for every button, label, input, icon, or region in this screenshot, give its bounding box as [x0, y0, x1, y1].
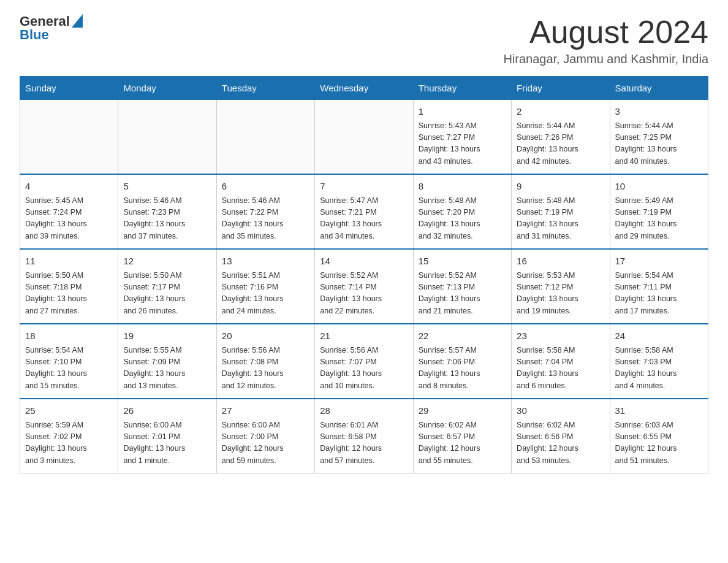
calendar-cell	[216, 100, 314, 175]
day-number: 24	[615, 329, 703, 343]
calendar-cell: 10Sunrise: 5:49 AMSunset: 7:19 PMDayligh…	[610, 174, 708, 249]
day-info: Sunrise: 5:56 AMSunset: 7:07 PMDaylight:…	[320, 345, 408, 393]
day-info: Sunrise: 5:56 AMSunset: 7:08 PMDaylight:…	[222, 345, 309, 393]
day-number: 16	[517, 255, 604, 269]
calendar-cell: 31Sunrise: 6:03 AMSunset: 6:55 PMDayligh…	[610, 399, 708, 473]
calendar-week-row: 1Sunrise: 5:43 AMSunset: 7:27 PMDaylight…	[20, 100, 708, 175]
location-subtitle: Hiranagar, Jammu and Kashmir, India	[503, 52, 708, 66]
calendar-cell: 16Sunrise: 5:53 AMSunset: 7:12 PMDayligh…	[512, 249, 610, 324]
calendar-cell: 22Sunrise: 5:57 AMSunset: 7:06 PMDayligh…	[413, 324, 511, 399]
day-info: Sunrise: 5:46 AMSunset: 7:23 PMDaylight:…	[123, 195, 211, 243]
day-number: 22	[419, 329, 506, 343]
calendar-cell: 28Sunrise: 6:01 AMSunset: 6:58 PMDayligh…	[315, 399, 413, 473]
day-info: Sunrise: 5:48 AMSunset: 7:19 PMDaylight:…	[517, 195, 604, 243]
calendar-cell: 8Sunrise: 5:48 AMSunset: 7:20 PMDaylight…	[413, 174, 511, 249]
day-number: 14	[320, 255, 408, 269]
calendar-cell: 12Sunrise: 5:50 AMSunset: 7:17 PMDayligh…	[118, 249, 216, 324]
weekday-header-friday: Friday	[512, 77, 610, 100]
calendar-cell: 24Sunrise: 5:58 AMSunset: 7:03 PMDayligh…	[610, 324, 708, 399]
day-number: 28	[320, 404, 408, 418]
day-number: 27	[222, 404, 309, 418]
calendar-cell	[118, 100, 216, 175]
calendar-week-row: 11Sunrise: 5:50 AMSunset: 7:18 PMDayligh…	[20, 249, 708, 324]
calendar-cell: 21Sunrise: 5:56 AMSunset: 7:07 PMDayligh…	[315, 324, 413, 399]
calendar-cell: 23Sunrise: 5:58 AMSunset: 7:04 PMDayligh…	[512, 324, 610, 399]
calendar-cell: 17Sunrise: 5:54 AMSunset: 7:11 PMDayligh…	[610, 249, 708, 324]
svg-marker-0	[72, 14, 83, 28]
day-number: 29	[419, 404, 506, 418]
day-info: Sunrise: 5:48 AMSunset: 7:20 PMDaylight:…	[419, 195, 506, 243]
day-number: 25	[25, 404, 113, 418]
calendar-week-row: 25Sunrise: 5:59 AMSunset: 7:02 PMDayligh…	[20, 399, 708, 473]
day-number: 6	[222, 180, 309, 194]
day-number: 4	[25, 180, 113, 194]
calendar-cell: 3Sunrise: 5:44 AMSunset: 7:25 PMDaylight…	[610, 100, 708, 175]
weekday-header-monday: Monday	[118, 77, 216, 100]
calendar-cell: 30Sunrise: 6:02 AMSunset: 6:56 PMDayligh…	[512, 399, 610, 473]
day-number: 5	[123, 180, 211, 194]
day-info: Sunrise: 5:50 AMSunset: 7:18 PMDaylight:…	[25, 270, 113, 318]
day-number: 10	[615, 180, 703, 194]
calendar-week-row: 4Sunrise: 5:45 AMSunset: 7:24 PMDaylight…	[20, 174, 708, 249]
day-info: Sunrise: 6:02 AMSunset: 6:56 PMDaylight:…	[517, 419, 604, 467]
day-info: Sunrise: 5:43 AMSunset: 7:27 PMDaylight:…	[419, 120, 506, 168]
day-info: Sunrise: 5:52 AMSunset: 7:14 PMDaylight:…	[320, 270, 408, 318]
day-info: Sunrise: 6:00 AMSunset: 7:01 PMDaylight:…	[123, 419, 211, 467]
day-number: 11	[25, 255, 113, 269]
calendar-cell: 14Sunrise: 5:52 AMSunset: 7:14 PMDayligh…	[315, 249, 413, 324]
header: General Blue August 2024 Hiranagar, Jamm…	[20, 15, 708, 66]
calendar-cell	[20, 100, 118, 175]
calendar-cell: 2Sunrise: 5:44 AMSunset: 7:26 PMDaylight…	[512, 100, 610, 175]
day-info: Sunrise: 6:03 AMSunset: 6:55 PMDaylight:…	[615, 419, 703, 467]
calendar-cell: 1Sunrise: 5:43 AMSunset: 7:27 PMDaylight…	[413, 100, 511, 175]
day-number: 21	[320, 329, 408, 343]
calendar-table: SundayMondayTuesdayWednesdayThursdayFrid…	[20, 76, 708, 473]
day-info: Sunrise: 5:50 AMSunset: 7:17 PMDaylight:…	[123, 270, 211, 318]
day-info: Sunrise: 5:58 AMSunset: 7:04 PMDaylight:…	[517, 345, 604, 393]
calendar-cell: 5Sunrise: 5:46 AMSunset: 7:23 PMDaylight…	[118, 174, 216, 249]
day-info: Sunrise: 5:54 AMSunset: 7:10 PMDaylight:…	[25, 345, 113, 393]
weekday-header-row: SundayMondayTuesdayWednesdayThursdayFrid…	[20, 77, 708, 100]
day-number: 20	[222, 329, 309, 343]
day-info: Sunrise: 5:59 AMSunset: 7:02 PMDaylight:…	[25, 419, 113, 467]
weekday-header-thursday: Thursday	[413, 77, 511, 100]
day-info: Sunrise: 5:45 AMSunset: 7:24 PMDaylight:…	[25, 195, 113, 243]
day-number: 13	[222, 255, 309, 269]
calendar-cell: 26Sunrise: 6:00 AMSunset: 7:01 PMDayligh…	[118, 399, 216, 473]
day-number: 30	[517, 404, 604, 418]
logo-triangle-icon	[72, 14, 83, 28]
day-number: 2	[517, 105, 604, 119]
day-number: 26	[123, 404, 211, 418]
day-info: Sunrise: 5:55 AMSunset: 7:09 PMDaylight:…	[123, 345, 211, 393]
day-number: 7	[320, 180, 408, 194]
calendar-cell: 18Sunrise: 5:54 AMSunset: 7:10 PMDayligh…	[20, 324, 118, 399]
day-number: 31	[615, 404, 703, 418]
logo-general-text: General	[20, 15, 70, 28]
logo-blue-text: Blue	[20, 27, 49, 42]
day-info: Sunrise: 5:53 AMSunset: 7:12 PMDaylight:…	[517, 270, 604, 318]
weekday-header-saturday: Saturday	[610, 77, 708, 100]
day-info: Sunrise: 6:02 AMSunset: 6:57 PMDaylight:…	[419, 419, 506, 467]
day-info: Sunrise: 5:58 AMSunset: 7:03 PMDaylight:…	[615, 345, 703, 393]
title-area: August 2024 Hiranagar, Jammu and Kashmir…	[503, 15, 708, 66]
weekday-header-wednesday: Wednesday	[315, 77, 413, 100]
calendar-cell: 25Sunrise: 5:59 AMSunset: 7:02 PMDayligh…	[20, 399, 118, 473]
day-number: 15	[419, 255, 506, 269]
calendar-cell: 20Sunrise: 5:56 AMSunset: 7:08 PMDayligh…	[216, 324, 314, 399]
calendar-cell: 6Sunrise: 5:46 AMSunset: 7:22 PMDaylight…	[216, 174, 314, 249]
calendar-cell: 13Sunrise: 5:51 AMSunset: 7:16 PMDayligh…	[216, 249, 314, 324]
day-info: Sunrise: 5:51 AMSunset: 7:16 PMDaylight:…	[222, 270, 309, 318]
calendar-cell	[315, 100, 413, 175]
day-number: 3	[615, 105, 703, 119]
weekday-header-sunday: Sunday	[20, 77, 118, 100]
day-number: 19	[123, 329, 211, 343]
day-number: 8	[419, 180, 506, 194]
day-info: Sunrise: 5:47 AMSunset: 7:21 PMDaylight:…	[320, 195, 408, 243]
calendar-cell: 11Sunrise: 5:50 AMSunset: 7:18 PMDayligh…	[20, 249, 118, 324]
day-info: Sunrise: 5:46 AMSunset: 7:22 PMDaylight:…	[222, 195, 309, 243]
day-number: 1	[419, 105, 506, 119]
day-number: 9	[517, 180, 604, 194]
calendar-cell: 4Sunrise: 5:45 AMSunset: 7:24 PMDaylight…	[20, 174, 118, 249]
day-info: Sunrise: 5:52 AMSunset: 7:13 PMDaylight:…	[419, 270, 506, 318]
day-info: Sunrise: 6:01 AMSunset: 6:58 PMDaylight:…	[320, 419, 408, 467]
